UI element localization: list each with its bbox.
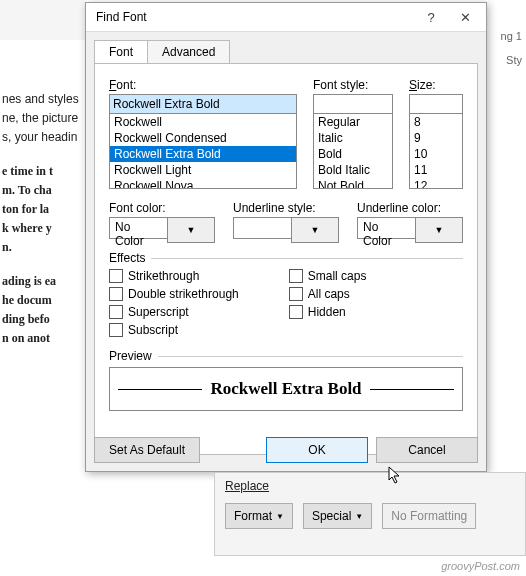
- checkbox-icon: [289, 269, 303, 283]
- tab-advanced[interactable]: Advanced: [147, 40, 230, 63]
- preview-box: Rockwell Extra Bold: [109, 367, 463, 411]
- checkbox-icon: [109, 287, 123, 301]
- list-item[interactable]: 11: [410, 162, 462, 178]
- checkbox-subscript[interactable]: Subscript: [109, 323, 239, 337]
- effects-label: Effects: [109, 251, 145, 265]
- chevron-down-icon: ▼: [355, 512, 363, 521]
- set-as-default-button[interactable]: Set As Default: [94, 437, 200, 463]
- cancel-button[interactable]: Cancel: [376, 437, 478, 463]
- list-item[interactable]: Not Bold: [314, 178, 392, 189]
- font-color-combo[interactable]: No Color ▼: [109, 217, 215, 239]
- size-listbox[interactable]: 8 9 10 11 12: [409, 113, 463, 189]
- underline-color-label: Underline color:: [357, 201, 463, 215]
- preview-line: [118, 389, 202, 390]
- document-text: nes and stylesne, the pictures, your hea…: [2, 90, 82, 362]
- list-item[interactable]: 10: [410, 146, 462, 162]
- checkbox-icon: [289, 305, 303, 319]
- no-formatting-button[interactable]: No Formatting: [382, 503, 476, 529]
- list-item[interactable]: Rockwell Light: [110, 162, 296, 178]
- checkbox-all-caps[interactable]: All caps: [289, 287, 367, 301]
- checkbox-double-strikethrough[interactable]: Double strikethrough: [109, 287, 239, 301]
- preview-text: Rockwell Extra Bold: [210, 379, 361, 399]
- help-button[interactable]: ?: [414, 5, 448, 29]
- find-font-dialog: Find Font ? ✕ Font Advanced Font: Rockwe…: [85, 2, 487, 472]
- font-color-label: Font color:: [109, 201, 215, 215]
- chevron-down-icon: ▼: [276, 512, 284, 521]
- preview-label: Preview: [109, 349, 152, 363]
- replace-title: Replace: [225, 479, 515, 493]
- titlebar[interactable]: Find Font ? ✕: [86, 3, 486, 32]
- chevron-down-icon[interactable]: ▼: [167, 217, 215, 243]
- underline-style-combo[interactable]: ▼: [233, 217, 339, 239]
- chevron-down-icon[interactable]: ▼: [415, 217, 463, 243]
- ribbon-fragment: [0, 0, 85, 40]
- size-label: Size:: [409, 78, 463, 92]
- underline-style-label: Underline style:: [233, 201, 339, 215]
- list-item[interactable]: Rockwell Nova: [110, 178, 296, 189]
- tab-font[interactable]: Font: [94, 40, 148, 63]
- dialog-title: Find Font: [96, 10, 414, 24]
- watermark: groovyPost.com: [441, 560, 520, 572]
- list-item[interactable]: 12: [410, 178, 462, 189]
- list-item[interactable]: Rockwell Condensed: [110, 130, 296, 146]
- ok-button[interactable]: OK: [266, 437, 368, 463]
- font-style-label: Font style:: [313, 78, 393, 92]
- list-item[interactable]: Rockwell: [110, 114, 296, 130]
- checkbox-icon: [109, 305, 123, 319]
- checkbox-icon: [289, 287, 303, 301]
- list-item[interactable]: Bold: [314, 146, 392, 162]
- underline-color-value: No Color: [357, 217, 415, 239]
- checkbox-strikethrough[interactable]: Strikethrough: [109, 269, 239, 283]
- checkbox-small-caps[interactable]: Small caps: [289, 269, 367, 283]
- list-item[interactable]: 8: [410, 114, 462, 130]
- tab-strip: Font Advanced: [94, 40, 478, 63]
- close-button[interactable]: ✕: [448, 5, 482, 29]
- list-item[interactable]: Bold Italic: [314, 162, 392, 178]
- format-dropdown[interactable]: Format▼: [225, 503, 293, 529]
- checkbox-icon: [109, 269, 123, 283]
- effects-group: Strikethrough Double strikethrough Super…: [109, 269, 463, 337]
- underline-style-value: [233, 217, 291, 239]
- checkbox-superscript[interactable]: Superscript: [109, 305, 239, 319]
- tab-page-font: Font: Rockwell Rockwell Condensed Rockwe…: [94, 63, 478, 455]
- size-input[interactable]: [409, 94, 463, 114]
- font-input[interactable]: [109, 94, 297, 114]
- checkbox-icon: [109, 323, 123, 337]
- side-text-2: Sty: [506, 54, 522, 66]
- list-item[interactable]: Regular: [314, 114, 392, 130]
- font-listbox[interactable]: Rockwell Rockwell Condensed Rockwell Ext…: [109, 113, 297, 189]
- list-item[interactable]: Italic: [314, 130, 392, 146]
- preview-line: [370, 389, 454, 390]
- font-style-listbox[interactable]: Regular Italic Bold Bold Italic Not Bold: [313, 113, 393, 189]
- font-label: Font:: [109, 78, 297, 92]
- font-style-input[interactable]: [313, 94, 393, 114]
- font-color-value: No Color: [109, 217, 167, 239]
- chevron-down-icon[interactable]: ▼: [291, 217, 339, 243]
- divider: [151, 258, 463, 259]
- list-item[interactable]: 9: [410, 130, 462, 146]
- replace-panel: Replace Format▼ Special▼ No Formatting: [214, 472, 526, 556]
- divider: [158, 356, 463, 357]
- list-item[interactable]: Rockwell Extra Bold: [110, 146, 296, 162]
- checkbox-hidden[interactable]: Hidden: [289, 305, 367, 319]
- underline-color-combo[interactable]: No Color ▼: [357, 217, 463, 239]
- special-dropdown[interactable]: Special▼: [303, 503, 372, 529]
- side-text-1: ng 1: [501, 30, 522, 42]
